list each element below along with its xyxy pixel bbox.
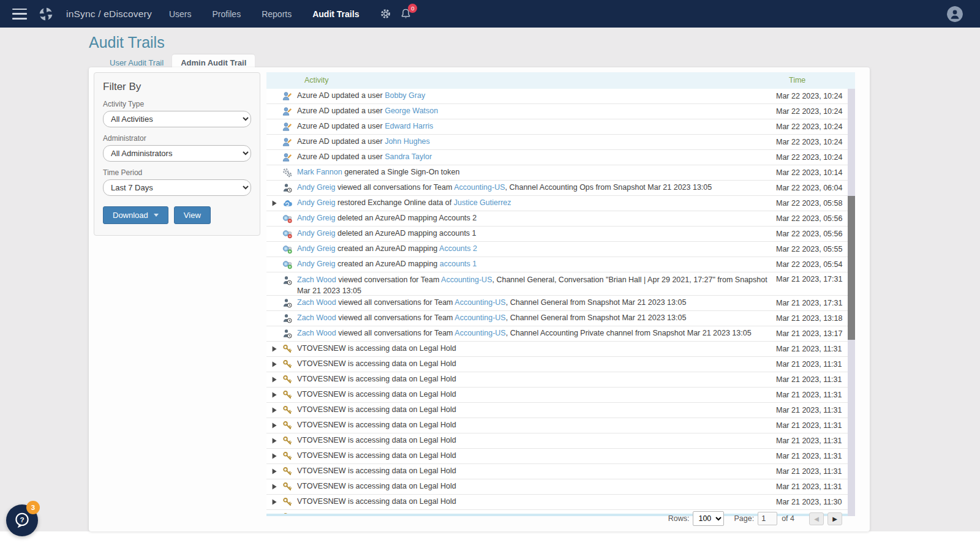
expand-icon[interactable] bbox=[266, 453, 282, 459]
legal-key-icon bbox=[282, 467, 297, 476]
activity-link[interactable]: Accounting-US bbox=[441, 276, 492, 284]
expand-icon[interactable] bbox=[266, 407, 282, 413]
table-row[interactable]: VTOVESNEW is accessing data on Legal Hol… bbox=[266, 388, 855, 403]
time-period-select[interactable]: Last 7 Days bbox=[103, 179, 251, 196]
table-row[interactable]: Zach Wood viewed all conversations for T… bbox=[266, 296, 855, 311]
expand-icon[interactable] bbox=[266, 346, 282, 352]
nav-item-reports[interactable]: Reports bbox=[262, 9, 292, 19]
table-row[interactable]: Andy Greig restored Exchange Online data… bbox=[266, 196, 855, 211]
notifications-bell-icon[interactable]: 0 bbox=[400, 8, 412, 20]
table-row[interactable]: Azure AD updated a user George WatsonMar… bbox=[266, 104, 855, 119]
expand-icon[interactable] bbox=[266, 361, 282, 367]
activity-link[interactable]: Andy Greig bbox=[297, 229, 336, 238]
table-row[interactable]: Azure AD updated a user John HughesMar 2… bbox=[266, 135, 855, 150]
legal-key-icon bbox=[282, 482, 297, 492]
filter-heading: Filter By bbox=[103, 81, 251, 93]
table-row[interactable]: Zach Wood viewed all conversations for T… bbox=[266, 311, 855, 326]
user-edit-icon bbox=[282, 107, 297, 116]
table-row[interactable]: Andy Greig deleted an AzureAD mapping ac… bbox=[266, 227, 855, 242]
activity-link[interactable]: Accounting-US bbox=[454, 313, 505, 322]
activity-text-segment: deleted an AzureAD mapping accounts 1 bbox=[336, 229, 477, 238]
table-row[interactable]: VTOVESNEW is accessing data on Legal Hol… bbox=[266, 418, 855, 433]
activity-link[interactable]: Bobby Gray bbox=[385, 91, 425, 100]
activity-link[interactable]: Zach Wood bbox=[297, 329, 336, 337]
time-cell: Mar 21 2023, 13:18 bbox=[776, 314, 855, 323]
activity-link[interactable]: Zach Wood bbox=[297, 276, 336, 284]
expand-icon[interactable] bbox=[266, 392, 282, 398]
table-row[interactable]: VTOVESNEW is accessing data on Legal Hol… bbox=[266, 464, 855, 479]
table-row[interactable]: VTOVESNEW is accessing data on Legal Hol… bbox=[266, 403, 855, 418]
table-row[interactable]: VTOVESNEW is accessing data on Legal Hol… bbox=[266, 342, 855, 357]
activity-link[interactable]: Andy Greig bbox=[297, 260, 336, 268]
table-row[interactable]: VTOVESNEW is accessing data on Legal Hol… bbox=[266, 495, 855, 510]
activity-link[interactable]: George Watson bbox=[385, 107, 438, 115]
activity-text-segment: Azure AD updated a user bbox=[297, 122, 385, 130]
activity-text-segment: viewed all conversations for Team bbox=[336, 298, 455, 307]
expand-icon[interactable] bbox=[266, 484, 282, 490]
activity-link[interactable]: Zach Wood bbox=[297, 298, 336, 307]
table-row[interactable]: Andy Greig created an AzureAD mapping Ac… bbox=[266, 242, 855, 257]
activity-link[interactable]: Andy Greig bbox=[297, 214, 336, 222]
legal-key-icon bbox=[282, 375, 297, 384]
table-row[interactable]: Azure AD updated a user Sandra TaylorMar… bbox=[266, 150, 855, 165]
activity-link[interactable]: Mark Fannon bbox=[297, 168, 342, 176]
expand-icon[interactable] bbox=[266, 468, 282, 474]
druva-logo-icon[interactable] bbox=[38, 6, 54, 22]
activity-link[interactable]: Accounting-US bbox=[454, 183, 505, 192]
activity-link[interactable]: accounts 1 bbox=[440, 260, 477, 268]
activity-link[interactable]: Edward Harris bbox=[385, 122, 433, 130]
table-row[interactable]: VTOVESNEW is accessing data on Legal Hol… bbox=[266, 479, 855, 495]
activity-link[interactable]: Andy Greig bbox=[297, 244, 336, 253]
table-row[interactable]: Azure AD updated a user Bobby GrayMar 22… bbox=[266, 89, 855, 104]
page-input[interactable] bbox=[758, 512, 777, 525]
expand-icon[interactable] bbox=[266, 422, 282, 429]
activity-link[interactable]: Accounts 2 bbox=[439, 244, 477, 253]
time-cell: Mar 22 2023, 05:56 bbox=[776, 230, 855, 238]
table-row[interactable]: Zach Wood viewed conversation for Team A… bbox=[266, 272, 855, 296]
table-row[interactable]: Mark Fannon generated a Single Sign-On t… bbox=[266, 165, 855, 181]
expand-icon[interactable] bbox=[266, 200, 282, 206]
table-row[interactable]: VTOVESNEW is accessing data on Legal Hol… bbox=[266, 357, 855, 372]
activity-link[interactable]: John Hughes bbox=[385, 137, 430, 146]
expand-icon[interactable] bbox=[266, 438, 282, 444]
table-row[interactable]: Andy Greig created an AzureAD mapping ac… bbox=[266, 257, 855, 272]
activity-text: Azure AD updated a user Sandra Taylor bbox=[297, 152, 776, 163]
activity-link[interactable]: Andy Greig bbox=[297, 183, 336, 192]
activity-type-select[interactable]: All Activities bbox=[103, 111, 251, 127]
activity-link[interactable]: Andy Greig bbox=[297, 198, 336, 207]
table-row[interactable]: VTOVESNEW is accessing data on Legal Hol… bbox=[266, 449, 855, 464]
expand-icon[interactable] bbox=[266, 499, 282, 505]
hamburger-menu-icon[interactable] bbox=[12, 9, 27, 20]
table-row[interactable]: VTOVESNEW is accessing data on Legal Hol… bbox=[266, 372, 855, 388]
administrator-select[interactable]: All Administrators bbox=[103, 145, 251, 162]
next-page-button[interactable]: ▶ bbox=[827, 512, 842, 525]
nav-item-profiles[interactable]: Profiles bbox=[212, 9, 241, 19]
activity-link[interactable]: Accounting-US bbox=[454, 298, 505, 307]
table-row[interactable]: Azure AD updated a user Edward HarrisMar… bbox=[266, 119, 855, 135]
settings-gear-icon[interactable] bbox=[380, 8, 391, 20]
activity-text: Azure AD updated a user George Watson bbox=[297, 106, 776, 117]
help-chat-button[interactable]: ? 3 bbox=[6, 504, 38, 536]
table-row[interactable]: VTOVESNEW is accessing data on Legal Hol… bbox=[266, 433, 855, 449]
table-row[interactable]: Andy Greig deleted an AzureAD mapping Ac… bbox=[266, 211, 855, 227]
time-cell: Mar 21 2023, 11:31 bbox=[776, 375, 855, 384]
scrollbar-thumb[interactable] bbox=[848, 196, 855, 340]
rows-per-page-select[interactable]: 100 bbox=[693, 511, 724, 526]
activity-link[interactable]: Sandra Taylor bbox=[385, 152, 432, 161]
user-avatar[interactable] bbox=[947, 6, 963, 22]
activity-link[interactable]: Justice Gutierrez bbox=[454, 198, 511, 207]
activity-link[interactable]: Zach Wood bbox=[297, 313, 336, 322]
mapping-del-icon bbox=[282, 229, 297, 239]
activity-text-segment: restored Exchange Online data of bbox=[336, 198, 454, 207]
scrollbar-track[interactable] bbox=[848, 89, 855, 516]
expand-icon[interactable] bbox=[266, 377, 282, 383]
table-row[interactable]: Andy Greig viewed all conversations for … bbox=[266, 181, 855, 196]
view-button[interactable]: View bbox=[174, 206, 211, 224]
prev-page-button[interactable]: ◀ bbox=[809, 512, 824, 525]
time-cell: Mar 22 2023, 05:55 bbox=[776, 245, 855, 253]
table-row[interactable]: Zach Wood viewed all conversations for T… bbox=[266, 326, 855, 342]
activity-link[interactable]: Accounting-US bbox=[454, 329, 505, 337]
nav-item-users[interactable]: Users bbox=[169, 9, 192, 19]
download-button[interactable]: Download bbox=[103, 206, 168, 224]
nav-item-audit-trails[interactable]: Audit Trails bbox=[312, 9, 359, 19]
